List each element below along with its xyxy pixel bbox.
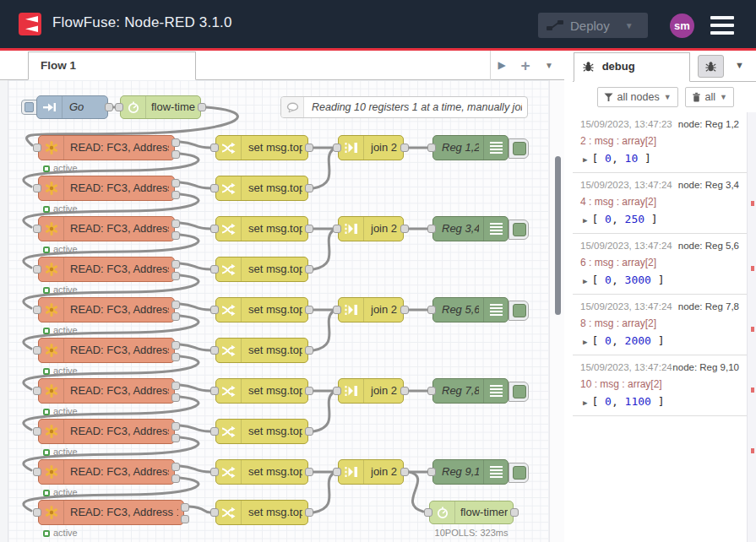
join-node[interactable]: join 2 <box>338 459 404 485</box>
tab-debug[interactable]: debug <box>574 52 690 82</box>
output-port-1[interactable] <box>171 382 180 390</box>
modbus-read-node[interactable]: READ: FC3, Address 4 active <box>38 257 175 282</box>
output-port-1[interactable] <box>181 503 189 512</box>
output-port-2[interactable] <box>171 312 180 321</box>
input-port[interactable] <box>427 144 436 152</box>
change-node[interactable]: set msg.topic <box>215 419 308 444</box>
output-port-1[interactable] <box>171 463 180 471</box>
output-port[interactable] <box>305 184 313 192</box>
input-port[interactable] <box>210 508 219 517</box>
debug-panel-button[interactable] <box>698 55 724 78</box>
input-port[interactable] <box>333 306 341 314</box>
output-port[interactable] <box>400 144 409 152</box>
input-port[interactable] <box>33 306 41 314</box>
output-port[interactable] <box>305 387 313 395</box>
output-port-2[interactable] <box>171 150 180 159</box>
input-port[interactable] <box>333 144 341 152</box>
change-node[interactable]: set msg.topic <box>215 257 308 282</box>
input-port[interactable] <box>33 346 41 355</box>
output-port[interactable] <box>400 306 409 314</box>
input-port[interactable] <box>33 144 41 152</box>
input-port[interactable] <box>427 306 436 314</box>
output-port[interactable] <box>400 387 409 395</box>
debug-toggle-button[interactable] <box>509 463 529 483</box>
output-port[interactable] <box>305 427 313 436</box>
debug-toggle-button[interactable] <box>509 220 529 240</box>
output-port-2[interactable] <box>171 474 180 483</box>
output-port-2[interactable] <box>181 515 189 523</box>
debug-node[interactable]: Reg 1,2 <box>432 135 509 160</box>
change-node[interactable]: set msg.topic <box>215 500 308 525</box>
output-port[interactable] <box>305 346 313 355</box>
inject-button[interactable] <box>21 100 37 115</box>
input-port[interactable] <box>33 265 41 274</box>
expand-caret-icon[interactable]: ▶ <box>583 338 587 346</box>
debug-toggle-button[interactable] <box>509 301 529 321</box>
input-port[interactable] <box>210 427 219 436</box>
debug-filter-button[interactable]: all nodes ▼ <box>597 87 678 107</box>
flow-timer-node[interactable]: flow-timer <box>120 95 201 119</box>
modbus-read-node[interactable]: READ: FC3, Address 2 active <box>38 176 175 201</box>
expand-caret-icon[interactable]: ▶ <box>583 216 587 225</box>
join-node[interactable]: join 2 <box>338 216 404 241</box>
flow-canvas[interactable]: Go flow-timer Re <box>0 80 564 542</box>
debug-toggle-button[interactable] <box>509 382 529 402</box>
flow-timer-node[interactable]: flow-timer <box>429 501 514 524</box>
output-port[interactable] <box>105 103 113 111</box>
input-port[interactable] <box>33 427 41 436</box>
join-node[interactable]: join 2 <box>338 378 404 404</box>
input-port[interactable] <box>33 184 41 192</box>
output-port-2[interactable] <box>171 191 180 199</box>
modbus-read-node[interactable]: READ: FC3, Address 3 active <box>38 216 175 241</box>
output-port[interactable] <box>305 265 313 274</box>
output-port[interactable] <box>198 103 206 111</box>
output-port-1[interactable] <box>171 220 180 228</box>
debug-node[interactable]: Reg 9,10 <box>432 459 509 485</box>
output-port-2[interactable] <box>171 272 180 280</box>
user-avatar[interactable]: sm <box>670 14 694 38</box>
output-port[interactable] <box>305 468 313 476</box>
modbus-read-node[interactable]: READ: FC3, Address 7 active <box>38 378 175 404</box>
output-port[interactable] <box>305 306 313 314</box>
output-port-1[interactable] <box>171 422 180 431</box>
change-node[interactable]: set msg.topic <box>215 459 308 485</box>
output-port-1[interactable] <box>171 138 180 147</box>
expand-caret-icon[interactable]: ▶ <box>583 398 587 407</box>
debug-node[interactable]: Reg 3,4 <box>432 216 509 241</box>
input-port[interactable] <box>210 387 219 395</box>
output-port[interactable] <box>400 468 409 476</box>
input-port[interactable] <box>427 468 436 476</box>
modbus-read-node[interactable]: READ: FC3, Address 6 active <box>38 338 175 363</box>
join-node[interactable]: join 2 <box>338 297 404 322</box>
output-port[interactable] <box>510 508 519 517</box>
change-node[interactable]: set msg.topic <box>215 378 308 404</box>
output-port-1[interactable] <box>171 260 180 268</box>
input-port[interactable] <box>210 468 219 476</box>
modbus-read-node[interactable]: READ: FC3, Address 5 active <box>38 297 175 322</box>
main-menu-icon[interactable] <box>710 16 734 35</box>
output-port[interactable] <box>305 144 313 152</box>
input-port[interactable] <box>210 184 219 192</box>
change-node[interactable]: set msg.topic <box>215 176 308 201</box>
change-node[interactable]: set msg.topic <box>215 216 308 241</box>
output-port-1[interactable] <box>171 301 180 309</box>
change-node[interactable]: set msg.topic <box>215 135 308 160</box>
input-port[interactable] <box>427 387 436 395</box>
modbus-read-node[interactable]: READ: FC3, Address 8 active <box>38 419 175 444</box>
input-port[interactable] <box>210 306 219 314</box>
expand-caret-icon[interactable]: ▶ <box>583 155 587 164</box>
input-port[interactable] <box>210 265 219 274</box>
tab-scroll-right-icon[interactable]: ▶ <box>493 51 510 80</box>
join-node[interactable]: join 2 <box>338 135 404 160</box>
sidebar-scrollbar-track[interactable] <box>747 112 756 542</box>
output-port[interactable] <box>400 225 409 233</box>
sidebar-options-caret-icon[interactable]: ▼ <box>735 60 744 70</box>
modbus-read-node[interactable]: READ: FC3, Address 1 active <box>38 135 175 160</box>
input-port[interactable] <box>333 468 341 476</box>
output-port-1[interactable] <box>171 179 180 187</box>
add-flow-button[interactable]: + <box>517 51 534 80</box>
flow-list-caret-icon[interactable]: ▼ <box>541 51 557 80</box>
comment-node[interactable]: Reading 10 registers 1 at a time, manual… <box>280 96 528 118</box>
debug-clear-button[interactable]: all ▼ <box>685 87 734 107</box>
debug-toggle-button[interactable] <box>509 138 529 159</box>
